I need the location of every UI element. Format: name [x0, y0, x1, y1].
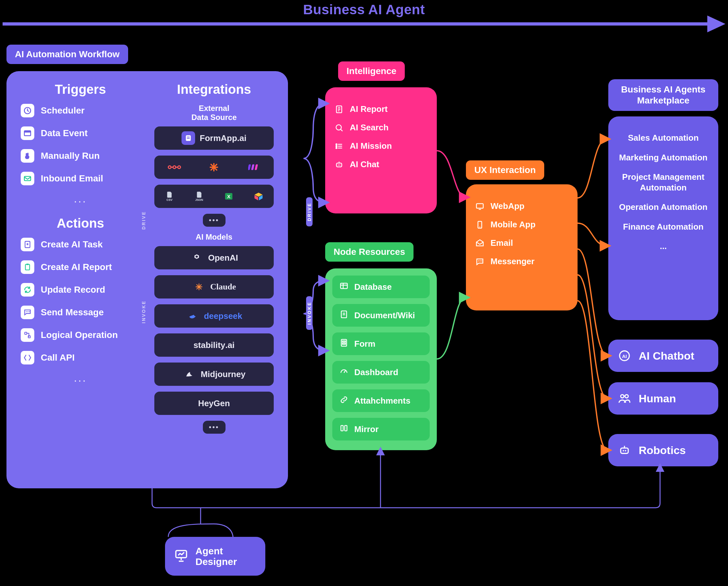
- trigger-item: Manually Run: [21, 149, 140, 163]
- svg-point-82: [625, 450, 626, 451]
- intel-label: AI Report: [350, 104, 388, 114]
- json-icon: JSON: [192, 189, 206, 203]
- integration-label: FormApp.ai: [200, 133, 246, 143]
- model-label: Claude: [210, 282, 236, 292]
- trigger-item: Inbound Email: [21, 172, 140, 185]
- form-icon: [339, 338, 348, 350]
- intelligence-panel: AI Report AI Search AI Mission AI Chat: [325, 87, 437, 213]
- airtable-icon: [252, 189, 265, 203]
- agent-designer-block: AgentDesigner: [165, 537, 265, 576]
- ux-label: Mobile App: [491, 220, 536, 230]
- clipboard-icon: [21, 260, 34, 274]
- external-source-title: ExternalData Source: [154, 104, 274, 122]
- action-item: Create AI Report: [21, 260, 140, 274]
- model-heygen: HeyGen: [154, 392, 274, 415]
- messenger-icon: [475, 257, 485, 266]
- node-item: Database: [332, 275, 430, 298]
- ai-circle-icon: AI: [617, 349, 631, 363]
- intel-label: AI Mission: [350, 141, 392, 151]
- more-models: •••: [203, 421, 226, 434]
- integration-row-2: [154, 156, 274, 179]
- drive-label-mid: DRIVE: [306, 197, 313, 227]
- list-icon: [334, 141, 344, 151]
- node-item: Document/Wiki: [332, 304, 430, 327]
- svg-point-74: [481, 260, 482, 261]
- agent-designer-label: AgentDesigner: [196, 545, 237, 567]
- node-label: Mirror: [354, 424, 379, 434]
- svg-rect-79: [621, 448, 628, 453]
- svg-point-78: [625, 395, 628, 398]
- marketplace-chip: Business AI Agents Marketplace: [608, 79, 718, 111]
- model-deepseek: deepseek: [154, 304, 274, 328]
- svg-point-48: [336, 148, 337, 149]
- svg-rect-67: [345, 425, 347, 430]
- intel-item: AI Search: [334, 123, 428, 133]
- svg-rect-63: [342, 341, 345, 342]
- svg-rect-7: [24, 177, 31, 181]
- data-event-icon: [21, 127, 34, 140]
- svg-marker-1: [707, 16, 725, 32]
- ux-item: Mobile App: [475, 220, 569, 230]
- node-label: Dashboard: [354, 367, 398, 377]
- model-midjourney: Midjourney: [154, 363, 274, 386]
- node-label: Attahchments: [354, 396, 410, 406]
- intel-label: AI Search: [350, 123, 389, 133]
- monitor-icon: [475, 202, 485, 211]
- trigger-label: Manually Run: [41, 151, 100, 161]
- svg-rect-29: [251, 164, 254, 170]
- drive-label-inner: DRIVE: [141, 211, 146, 230]
- svg-point-19: [168, 166, 171, 168]
- svg-point-44: [336, 125, 341, 130]
- action-item: Logical Operation: [21, 328, 140, 342]
- triggers-title: Triggers: [21, 82, 140, 97]
- intel-label: AI Chat: [350, 159, 379, 169]
- workflow-panel: Triggers Scheduler Data Event Manually R…: [6, 71, 288, 488]
- api-icon: [21, 351, 34, 365]
- deepseek-icon: [186, 309, 199, 323]
- trigger-label: Scheduler: [41, 105, 84, 116]
- svg-point-81: [623, 450, 624, 451]
- node-item: Mirror: [332, 418, 430, 441]
- report-icon: [334, 104, 344, 114]
- make-icon: [247, 160, 260, 174]
- right-label: Robotics: [639, 444, 685, 457]
- midjourney-icon: [182, 367, 196, 381]
- table-icon: [339, 282, 348, 293]
- trigger-label: Inbound Email: [41, 174, 103, 184]
- action-item: Update Record: [21, 283, 140, 297]
- node-label: Document/Wiki: [354, 311, 415, 320]
- people-icon: [617, 391, 631, 405]
- invoke-label-inner: INVOKE: [141, 300, 146, 323]
- svg-rect-6: [24, 131, 31, 132]
- link-icon: [339, 395, 348, 406]
- doc-icon: [339, 310, 348, 321]
- robot-icon: [334, 160, 344, 169]
- workflow-chip: AI Automation Workflow: [6, 45, 128, 64]
- svg-point-46: [336, 143, 337, 145]
- model-stability: stability.ai: [154, 334, 274, 357]
- invoke-label-mid: INVOKE: [306, 296, 313, 330]
- formapp-icon: [182, 131, 195, 145]
- svg-rect-18: [187, 138, 190, 139]
- intel-item: AI Chat: [334, 159, 428, 169]
- right-label: AI Chatbot: [639, 350, 694, 362]
- action-item: Create AI Task: [21, 238, 140, 251]
- csv-icon: CSV: [163, 189, 176, 203]
- ux-item: WebApp: [475, 201, 569, 211]
- action-label: Update Record: [41, 285, 105, 295]
- integrations-column: Integrations ExternalData Source FormApp…: [154, 82, 274, 440]
- intel-item: AI Report: [334, 104, 428, 114]
- actions-title: Actions: [21, 216, 140, 231]
- marketplace-item: Marketing Automation: [616, 152, 711, 163]
- svg-rect-28: [248, 164, 251, 170]
- excel-icon: X: [222, 189, 236, 203]
- svg-rect-56: [341, 283, 347, 288]
- svg-rect-9: [26, 264, 30, 270]
- right-label: Human: [639, 392, 676, 405]
- model-label: OpenAI: [208, 253, 238, 263]
- ux-label: Messenger: [491, 257, 535, 266]
- svg-text:X: X: [227, 194, 230, 199]
- ux-label: WebApp: [491, 201, 524, 211]
- node-resources-chip: Node Resources: [325, 242, 414, 262]
- robot-head-icon: [617, 443, 631, 457]
